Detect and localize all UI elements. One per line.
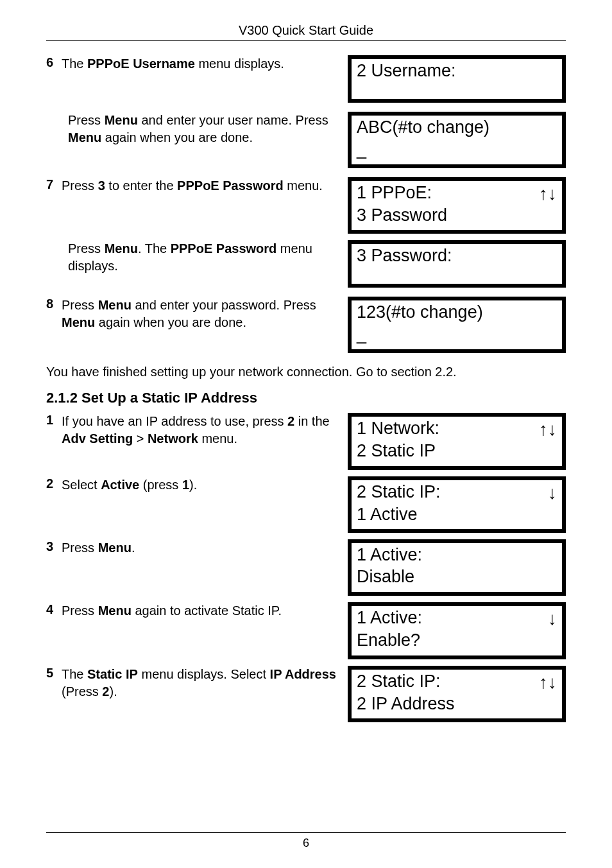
- step-number: 3: [46, 539, 58, 554]
- lcd-line1: 2 Static IP:: [357, 671, 441, 693]
- lcd-line2: Enable?: [357, 630, 557, 652]
- lcd-line1: 3 Password:: [357, 245, 452, 267]
- lcd-line2: _: [357, 324, 557, 345]
- lcd-line1: 2 Static IP:: [357, 482, 441, 503]
- down-arrow-icon: ↓: [548, 607, 557, 630]
- lcd-display: 3 Password:: [348, 240, 566, 288]
- lcd-line2: Disable: [357, 566, 557, 588]
- lcd-display: ABC(#to change) _: [348, 112, 566, 168]
- step-text: Press 3 to enter the PPPoE Password menu…: [62, 177, 323, 195]
- step-number: 2: [46, 476, 58, 491]
- lcd-display: 2 Static IP: ↑↓ 2 IP Address: [348, 666, 566, 723]
- lcd-line2: 3 Password: [357, 205, 557, 227]
- up-down-arrow-icon: ↑↓: [539, 418, 557, 440]
- step-text: Press Menu and enter your password. Pres…: [62, 297, 336, 331]
- step-text: The PPPoE Username menu displays.: [62, 55, 284, 73]
- footer-rule: [46, 832, 566, 833]
- step-number: 8: [46, 297, 58, 311]
- lcd-line2: _: [357, 139, 557, 161]
- lcd-line1: 1 Active:: [357, 607, 422, 629]
- down-arrow-icon: ↓: [548, 482, 557, 504]
- lcd-display: 1 Active: Disable: [348, 539, 566, 596]
- step-text: Select Active (press 1).: [62, 476, 197, 494]
- step-text: Press Menu.: [62, 539, 135, 557]
- header-rule: [46, 40, 566, 41]
- step-number: 6: [46, 55, 58, 70]
- lcd-line2: 1 Active: [357, 504, 557, 526]
- lcd-display: 123(#to change) _: [348, 297, 566, 353]
- lcd-line1: ABC(#to change): [357, 117, 489, 139]
- lcd-display: 1 PPPoE: ↑↓ 3 Password: [348, 177, 566, 234]
- step-number: 4: [46, 602, 58, 617]
- up-down-arrow-icon: ↑↓: [539, 671, 557, 693]
- lcd-display: 2 Static IP: ↓ 1 Active: [348, 476, 566, 534]
- step-text: Press Menu and enter your user name. Pre…: [68, 112, 336, 146]
- section-heading: 2.1.2 Set Up a Static IP Address: [46, 390, 566, 406]
- lcd-display: 1 Active: ↓ Enable?: [348, 602, 566, 659]
- lcd-line1: 1 Network:: [357, 418, 439, 440]
- up-down-arrow-icon: ↑↓: [539, 182, 557, 205]
- lcd-line2: 2 IP Address: [357, 693, 557, 715]
- step-number: 1: [46, 413, 58, 428]
- lcd-line2: 2 Static IP: [357, 440, 557, 462]
- lcd-display: 2 Username:: [348, 55, 566, 103]
- lcd-line1: 1 Active:: [357, 544, 422, 566]
- step-text: If you have an IP address to use, press …: [62, 413, 336, 447]
- step-text: Press Menu. The PPPoE Password menu disp…: [68, 240, 336, 275]
- step-text: Press Menu again to activate Static IP.: [62, 602, 282, 620]
- step-number: 5: [46, 666, 58, 681]
- doc-header-title: V300 Quick Start Guide: [46, 23, 566, 38]
- transition-paragraph: You have finished setting up your networ…: [46, 365, 566, 379]
- lcd-display: 1 Network: ↑↓ 2 Static IP: [348, 413, 566, 470]
- step-number: 7: [46, 177, 58, 192]
- lcd-line1: 1 PPPoE:: [357, 182, 432, 204]
- lcd-line1: 123(#to change): [357, 302, 483, 324]
- step-text: The Static IP menu displays. Select IP A…: [62, 666, 336, 700]
- lcd-line1: 2 Username:: [357, 60, 456, 82]
- page-number: 6: [46, 837, 566, 850]
